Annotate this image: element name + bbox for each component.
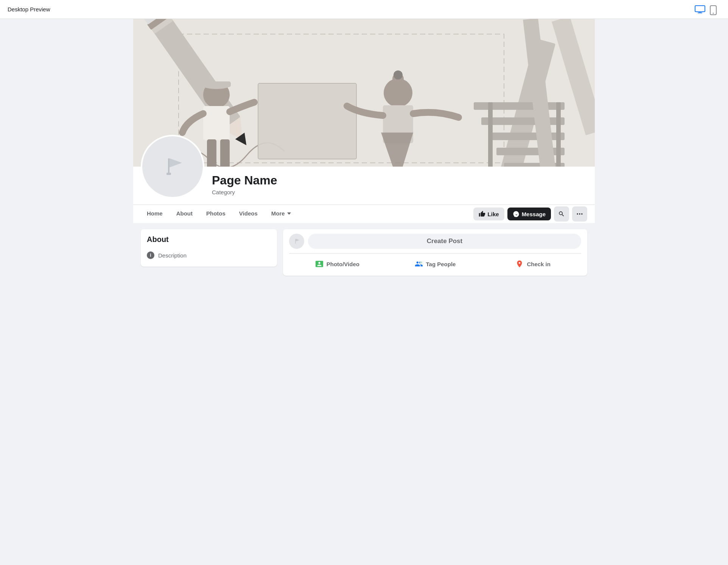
info-icon: i [147,251,154,259]
more-chevron-icon [287,212,291,215]
about-card: About i Description [141,229,277,267]
top-bar: Desktop Preview [0,0,728,19]
photo-video-icon [315,260,324,268]
check-in-icon [515,260,524,268]
svg-point-37 [577,213,578,214]
search-button[interactable] [554,206,569,222]
photo-video-button[interactable]: Photo/Video [289,257,386,271]
svg-point-21 [394,70,403,80]
like-button[interactable]: Like [473,208,504,220]
right-column: Create Post Photo/Video [283,229,587,276]
profile-info: Page Name Category [204,173,277,198]
nav-link-home[interactable]: Home [141,205,169,223]
nav-links: Home About Photos Videos More [141,205,297,223]
page-title: Desktop Preview [8,6,50,12]
svg-rect-16 [220,139,230,170]
about-description-text: Description [158,252,187,259]
create-post-top: Create Post [289,234,581,249]
content-area: About i Description Create Post [133,223,595,282]
svg-rect-34 [168,158,170,175]
svg-marker-35 [170,158,182,167]
messenger-icon [513,211,520,217]
profile-category: Category [212,189,277,195]
nav-link-photos[interactable]: Photos [200,205,232,223]
svg-rect-36 [166,173,171,175]
message-button[interactable]: Message [507,208,551,220]
device-toggle-group [695,5,720,14]
svg-point-39 [581,213,582,214]
nav-link-more[interactable]: More [265,205,297,223]
profile-name: Page Name [212,173,277,187]
svg-marker-41 [296,239,300,241]
check-in-button[interactable]: Check in [485,257,581,271]
tag-people-icon [415,260,423,268]
about-description-item: i Description [147,250,271,261]
nav-link-about[interactable]: About [170,205,199,223]
post-actions: Photo/Video Tag People [289,253,581,271]
svg-point-2 [713,12,714,14]
more-options-button[interactable] [572,206,587,222]
thumbs-up-icon [479,211,485,217]
desktop-icon[interactable] [695,5,705,14]
nav-bar: Home About Photos Videos More Lik [133,204,595,223]
tag-people-button[interactable]: Tag People [387,257,484,271]
svg-rect-15 [207,139,216,170]
create-post-card: Create Post Photo/Video [283,229,587,276]
svg-rect-29 [474,102,565,110]
about-card-title: About [147,235,271,244]
svg-rect-13 [202,81,231,87]
profile-section: Page Name Category [133,167,595,204]
create-post-button[interactable]: Create Post [308,234,581,249]
search-icon [558,211,565,217]
svg-rect-24 [489,133,565,140]
ellipsis-icon [576,210,583,218]
post-avatar [289,234,304,249]
nav-link-videos[interactable]: Videos [233,205,264,223]
svg-rect-14 [203,106,230,140]
svg-rect-25 [496,148,565,155]
svg-point-38 [579,213,580,214]
svg-rect-28 [481,117,565,125]
svg-rect-40 [295,239,296,243]
svg-rect-17 [258,83,356,159]
page-wrapper: Page Name Category Home About Photos Vid… [133,19,595,282]
mobile-icon[interactable] [710,5,720,14]
svg-rect-0 [695,6,705,12]
nav-actions: Like Message [473,206,587,222]
profile-avatar [141,135,204,198]
